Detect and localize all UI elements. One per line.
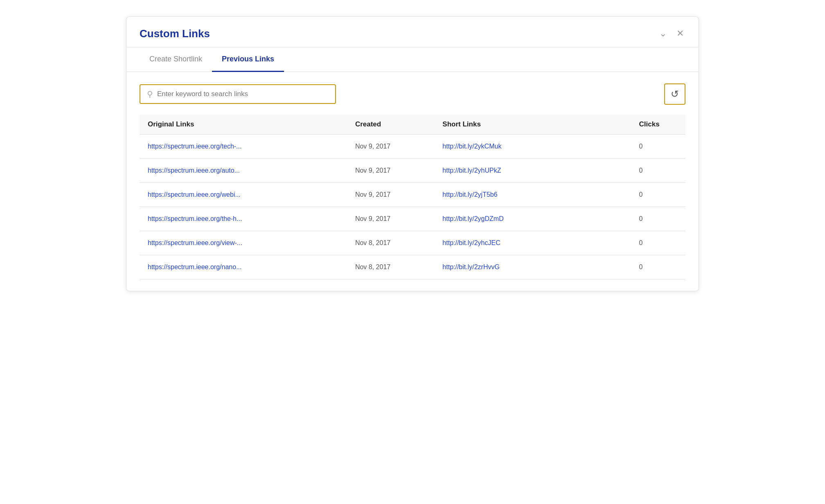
close-button[interactable]: ✕ [675, 27, 685, 40]
table-row: https://spectrum.ieee.org/view-...Nov 8,… [140, 231, 685, 255]
cell-created-date: Nov 9, 2017 [347, 183, 434, 207]
cell-clicks: 0 [631, 183, 685, 207]
table-row: https://spectrum.ieee.org/the-h...Nov 9,… [140, 207, 685, 231]
refresh-button[interactable]: ↻ [664, 83, 685, 105]
table-body: https://spectrum.ieee.org/tech-...Nov 9,… [140, 135, 685, 279]
refresh-icon: ↻ [671, 88, 679, 100]
cell-short-link[interactable]: http://bit.ly/2zrHvvG [434, 255, 631, 279]
tab-previous-links[interactable]: Previous Links [212, 47, 284, 72]
col-header-clicks: Clicks [631, 115, 685, 135]
cell-short-link[interactable]: http://bit.ly/2ygDZmD [434, 207, 631, 231]
custom-links-dialog: Custom Links ⌄ ✕ Create Shortlink Previo… [126, 16, 699, 291]
tab-create-shortlink[interactable]: Create Shortlink [140, 47, 212, 72]
header-actions: ⌄ ✕ [658, 27, 685, 40]
chevron-down-icon: ⌄ [659, 28, 667, 38]
search-input[interactable] [157, 90, 329, 98]
cell-original-link[interactable]: https://spectrum.ieee.org/nano... [140, 255, 347, 279]
cell-clicks: 0 [631, 231, 685, 255]
search-row: ⚲ ↻ [140, 83, 685, 105]
col-header-original: Original Links [140, 115, 347, 135]
links-table-wrapper[interactable]: Original Links Created Short Links Click… [140, 115, 685, 279]
tabs-bar: Create Shortlink Previous Links [126, 47, 699, 72]
dialog-title: Custom Links [140, 27, 210, 40]
links-table: Original Links Created Short Links Click… [140, 115, 685, 279]
search-icon: ⚲ [147, 89, 153, 99]
search-box: ⚲ [140, 84, 336, 104]
cell-original-link[interactable]: https://spectrum.ieee.org/view-... [140, 231, 347, 255]
cell-created-date: Nov 8, 2017 [347, 255, 434, 279]
cell-created-date: Nov 9, 2017 [347, 159, 434, 183]
cell-original-link[interactable]: https://spectrum.ieee.org/the-h... [140, 207, 347, 231]
cell-original-link[interactable]: https://spectrum.ieee.org/webi... [140, 183, 347, 207]
cell-short-link[interactable]: http://bit.ly/2ykCMuk [434, 135, 631, 159]
table-row: https://spectrum.ieee.org/auto...Nov 9, … [140, 159, 685, 183]
cell-created-date: Nov 9, 2017 [347, 207, 434, 231]
table-row: https://spectrum.ieee.org/nano...Nov 8, … [140, 255, 685, 279]
main-content: ⚲ ↻ Original Links Created [126, 72, 699, 291]
table-header: Original Links Created Short Links Click… [140, 115, 685, 135]
cell-original-link[interactable]: https://spectrum.ieee.org/auto... [140, 159, 347, 183]
close-icon: ✕ [676, 28, 684, 38]
cell-short-link[interactable]: http://bit.ly/2yhUPkZ [434, 159, 631, 183]
cell-created-date: Nov 9, 2017 [347, 135, 434, 159]
cell-created-date: Nov 8, 2017 [347, 231, 434, 255]
cell-clicks: 0 [631, 135, 685, 159]
cell-clicks: 0 [631, 159, 685, 183]
cell-clicks: 0 [631, 255, 685, 279]
cell-short-link[interactable]: http://bit.ly/2yhcJEC [434, 231, 631, 255]
cell-original-link[interactable]: https://spectrum.ieee.org/tech-... [140, 135, 347, 159]
cell-clicks: 0 [631, 207, 685, 231]
cell-short-link[interactable]: http://bit.ly/2yjT5b6 [434, 183, 631, 207]
col-header-short: Short Links [434, 115, 631, 135]
col-header-created: Created [347, 115, 434, 135]
dialog-header: Custom Links ⌄ ✕ [126, 17, 699, 40]
chevron-down-button[interactable]: ⌄ [658, 27, 668, 40]
table-row: https://spectrum.ieee.org/webi...Nov 9, … [140, 183, 685, 207]
table-row: https://spectrum.ieee.org/tech-...Nov 9,… [140, 135, 685, 159]
